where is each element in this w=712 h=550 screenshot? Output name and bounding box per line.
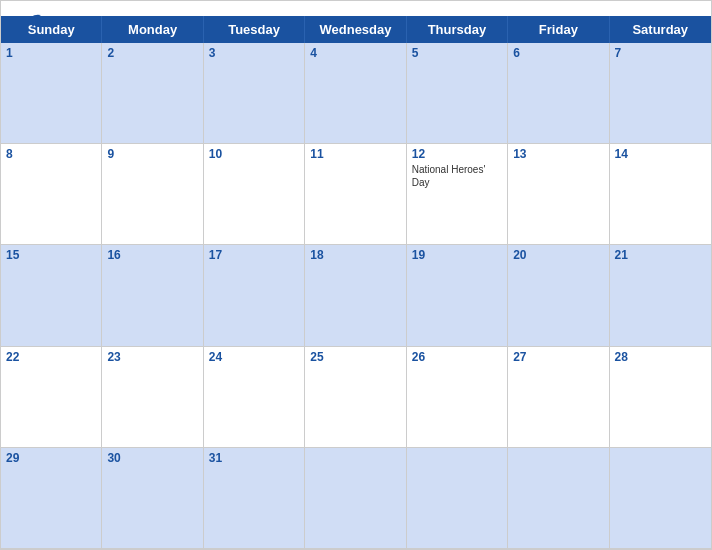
date-number: 3 xyxy=(209,46,299,60)
calendar-cell: 5 xyxy=(407,43,508,144)
date-number: 12 xyxy=(412,147,502,161)
calendar-cell: 29 xyxy=(1,448,102,549)
calendar-cell: 22 xyxy=(1,347,102,448)
calendar-cell: 10 xyxy=(204,144,305,245)
calendar-cell xyxy=(305,448,406,549)
day-header-wednesday: Wednesday xyxy=(305,16,406,43)
logo-bird-icon xyxy=(23,9,45,31)
date-number: 11 xyxy=(310,147,400,161)
date-number: 24 xyxy=(209,350,299,364)
calendar-container: Sunday Monday Tuesday Wednesday Thursday… xyxy=(0,0,712,550)
calendar-cell xyxy=(407,448,508,549)
calendar-cell: 17 xyxy=(204,245,305,346)
date-number: 16 xyxy=(107,248,197,262)
day-header-sunday: Sunday xyxy=(1,16,102,43)
calendar-cell: 14 xyxy=(610,144,711,245)
calendar-cell: 16 xyxy=(102,245,203,346)
calendar-cell: 18 xyxy=(305,245,406,346)
date-number: 14 xyxy=(615,147,706,161)
date-number: 29 xyxy=(6,451,96,465)
calendar-cell: 27 xyxy=(508,347,609,448)
date-number: 22 xyxy=(6,350,96,364)
day-header-friday: Friday xyxy=(508,16,609,43)
day-header-thursday: Thursday xyxy=(407,16,508,43)
calendar-cell: 1 xyxy=(1,43,102,144)
date-number: 20 xyxy=(513,248,603,262)
calendar-cell xyxy=(508,448,609,549)
calendar-cell: 7 xyxy=(610,43,711,144)
date-number: 21 xyxy=(615,248,706,262)
day-header-tuesday: Tuesday xyxy=(204,16,305,43)
calendar-cell: 20 xyxy=(508,245,609,346)
date-number: 7 xyxy=(615,46,706,60)
calendar-grid: 123456789101112National Heroes' Day13141… xyxy=(1,43,711,549)
date-number: 31 xyxy=(209,451,299,465)
day-headers: Sunday Monday Tuesday Wednesday Thursday… xyxy=(1,16,711,43)
event-text: National Heroes' Day xyxy=(412,163,502,189)
date-number: 19 xyxy=(412,248,502,262)
calendar-cell: 8 xyxy=(1,144,102,245)
calendar-cell: 25 xyxy=(305,347,406,448)
date-number: 8 xyxy=(6,147,96,161)
calendar-cell: 3 xyxy=(204,43,305,144)
day-header-saturday: Saturday xyxy=(610,16,711,43)
calendar-cell: 4 xyxy=(305,43,406,144)
date-number: 6 xyxy=(513,46,603,60)
calendar-header xyxy=(1,1,711,16)
date-number: 2 xyxy=(107,46,197,60)
calendar-cell: 30 xyxy=(102,448,203,549)
date-number: 15 xyxy=(6,248,96,262)
calendar-cell: 26 xyxy=(407,347,508,448)
date-number: 30 xyxy=(107,451,197,465)
date-number: 17 xyxy=(209,248,299,262)
calendar-cell: 19 xyxy=(407,245,508,346)
date-number: 1 xyxy=(6,46,96,60)
date-number: 10 xyxy=(209,147,299,161)
calendar-cell: 21 xyxy=(610,245,711,346)
date-number: 4 xyxy=(310,46,400,60)
day-header-monday: Monday xyxy=(102,16,203,43)
date-number: 18 xyxy=(310,248,400,262)
date-number: 23 xyxy=(107,350,197,364)
logo-area xyxy=(21,9,45,35)
calendar-cell xyxy=(610,448,711,549)
calendar-cell: 6 xyxy=(508,43,609,144)
calendar-cell: 28 xyxy=(610,347,711,448)
calendar-cell: 24 xyxy=(204,347,305,448)
calendar-cell: 12National Heroes' Day xyxy=(407,144,508,245)
date-number: 27 xyxy=(513,350,603,364)
date-number: 5 xyxy=(412,46,502,60)
date-number: 13 xyxy=(513,147,603,161)
date-number: 9 xyxy=(107,147,197,161)
calendar-cell: 13 xyxy=(508,144,609,245)
calendar-cell: 31 xyxy=(204,448,305,549)
date-number: 28 xyxy=(615,350,706,364)
calendar-cell: 9 xyxy=(102,144,203,245)
calendar-cell: 11 xyxy=(305,144,406,245)
calendar-cell: 23 xyxy=(102,347,203,448)
date-number: 26 xyxy=(412,350,502,364)
calendar-cell: 2 xyxy=(102,43,203,144)
calendar-cell: 15 xyxy=(1,245,102,346)
date-number: 25 xyxy=(310,350,400,364)
